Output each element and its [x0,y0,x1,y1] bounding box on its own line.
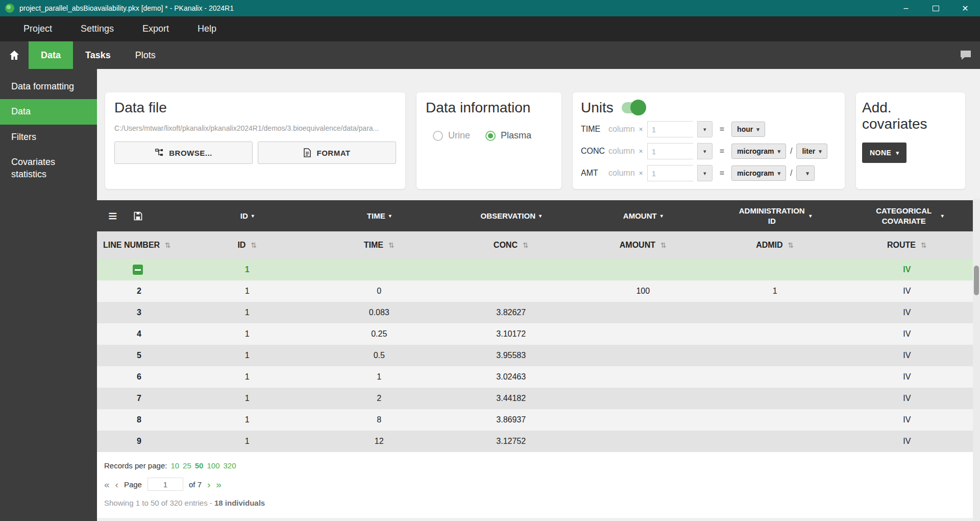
table-row[interactable]: 4 1 0.25 3.10172 IV [97,323,973,345]
close-button[interactable]: ✕ [950,0,980,16]
column-mapping-dropdown[interactable]: ID ▾ [181,211,313,221]
records-per-page-label: Records per page: [104,461,167,470]
column-mapping-dropdown[interactable]: AMOUNT ▾ [577,211,709,221]
table-row[interactable]: 7 1 2 3.44182 IV [97,388,973,409]
amt-factor-input[interactable] [647,165,693,181]
table-row[interactable]: 1 IV [97,259,973,280]
conc-unit-dropdown[interactable]: microgram▾ [731,144,786,159]
column-mapping-dropdown[interactable]: CATEGORICAL COVARIATE ▾ [841,206,973,226]
sortable-column-header[interactable]: TIME ⇅ [313,241,446,250]
page-size-link[interactable]: 10 [170,461,179,470]
chevron-down-icon: ▾ [777,148,780,155]
amt-column-dropdown[interactable]: ▾ [697,165,713,181]
save-icon[interactable] [133,211,143,221]
chevron-down-icon: ▾ [703,148,706,155]
units-toggle[interactable] [622,102,645,113]
matrix-radio-option[interactable]: Plasma [485,130,531,141]
vertical-scrollbar[interactable] [973,199,980,521]
page-number-input[interactable] [148,478,183,491]
maximize-button[interactable] [921,0,950,16]
time-unit-dropdown[interactable]: hour▾ [731,122,765,137]
chevron-down-icon: ▾ [703,126,706,133]
conc-factor-input[interactable] [647,143,693,159]
first-page-icon[interactable]: « [104,480,110,489]
column-mapping-dropdown[interactable]: OBSERVATION ▾ [445,211,577,221]
individuals-count: 18 individuals [214,499,265,507]
table-footer: Records per page: 102550100320 « ‹ Page … [97,452,973,518]
browse-tree-icon [155,148,164,157]
conc-column-dropdown[interactable]: ▾ [697,143,713,159]
radio-icon [485,131,496,141]
menu-item[interactable]: Export [128,16,183,41]
menu-item[interactable]: Project [9,16,66,41]
data-file-title: Data file [114,100,396,116]
sortable-column-header[interactable]: ROUTE ⇅ [841,241,973,250]
time-column-dropdown[interactable]: ▾ [697,121,713,137]
conc-denominator-dropdown[interactable]: liter▾ [796,144,827,159]
chevron-down-icon: ▾ [809,212,812,219]
sort-icon: ⇅ [165,241,171,249]
app-logo-icon [5,4,14,13]
browse-button[interactable]: BROWSE... [114,141,253,164]
page-size-link[interactable]: 50 [195,461,204,470]
scrollbar-thumb[interactable] [974,266,979,295]
tab[interactable]: Plots [123,41,168,69]
table-row[interactable]: 3 1 0.083 3.82627 IV [97,302,973,323]
sortable-column-header[interactable]: LINE NUMBER ⇅ [97,241,181,250]
menu-bar: ProjectSettingsExportHelp [0,16,980,41]
format-button[interactable]: FORMAT [258,141,396,164]
sidebar-item[interactable]: Filters [0,125,97,150]
chevron-down-icon: ▾ [819,148,822,155]
page-label: Page [124,480,142,489]
table-row[interactable]: 2 1 0 100 1 IV [97,280,973,302]
tab[interactable]: Tasks [73,41,123,69]
previous-page-icon[interactable]: ‹ [115,480,118,489]
minimize-button[interactable]: – [891,0,921,16]
main-panel: Data file C:/Users/mtwar/lixoft/pkanalix… [97,69,980,521]
column-mapping-dropdown[interactable]: ADMINISTRATION ID ▾ [709,206,841,226]
data-information-title: Data information [426,100,552,116]
sortable-column-header[interactable]: AMOUNT ⇅ [577,241,709,250]
time-factor-input[interactable] [647,121,693,137]
matrix-radio-option[interactable]: Urine [433,130,470,141]
radio-icon [433,131,443,141]
sidebar-item[interactable]: Data formatting [0,74,97,99]
chevron-down-icon: ▾ [756,126,760,133]
last-page-icon[interactable]: » [216,480,222,489]
page-size-link[interactable]: 320 [224,461,236,470]
menu-item[interactable]: Help [183,16,231,41]
chevron-down-icon: ▾ [777,170,780,177]
amt-unit-dropdown[interactable]: microgram▾ [731,165,786,181]
units-card: Units TIME column × ▾ = hour▾ CONC colum… [573,92,845,189]
sortable-column-header[interactable]: ID ⇅ [181,241,313,250]
column-mapping-dropdown[interactable]: TIME ▾ [313,211,446,221]
table-row[interactable]: 6 1 1 3.02463 IV [97,366,973,388]
sidebar-item[interactable]: Data [0,99,97,124]
chevron-down-icon: ▾ [896,150,899,156]
table-row[interactable]: 9 1 12 3.12752 IV [97,431,973,452]
home-icon[interactable] [0,41,29,69]
add-covariates-title: Add. covariates [862,100,959,132]
menu-item[interactable]: Settings [66,16,128,41]
tab[interactable]: Data [29,41,73,69]
window-title: project_parallel_absBioavailability.pkx … [19,4,891,12]
table-row[interactable]: 5 1 0.5 3.95583 IV [97,345,973,366]
sort-icon: ⇅ [523,241,529,249]
table-menu-icon[interactable]: ≡ [108,208,117,224]
tab-bar: DataTasksPlots [0,41,980,69]
sidebar-item[interactable]: Covariates statistics [0,150,97,187]
sortable-column-header[interactable]: ADMID ⇅ [709,241,841,250]
sortable-column-header[interactable]: CONC ⇅ [445,241,577,250]
sidebar: Data formattingDataFiltersCovariates sta… [0,69,97,521]
covariates-none-button[interactable]: NONE ▾ [862,143,906,163]
page-size-link[interactable]: 100 [207,461,219,470]
table-row[interactable]: 8 1 8 3.86937 IV [97,409,973,431]
comment-bubble-icon[interactable] [951,41,980,69]
page-size-link[interactable]: 25 [183,461,191,470]
amt-denominator-dropdown[interactable]: ▾ [796,165,815,181]
next-page-icon[interactable]: › [207,480,210,489]
sort-icon: ⇅ [788,241,794,249]
chevron-down-icon: ▾ [660,212,663,219]
add-covariates-card: Add. covariates NONE ▾ [856,92,965,189]
collapse-row-icon[interactable] [133,265,143,275]
